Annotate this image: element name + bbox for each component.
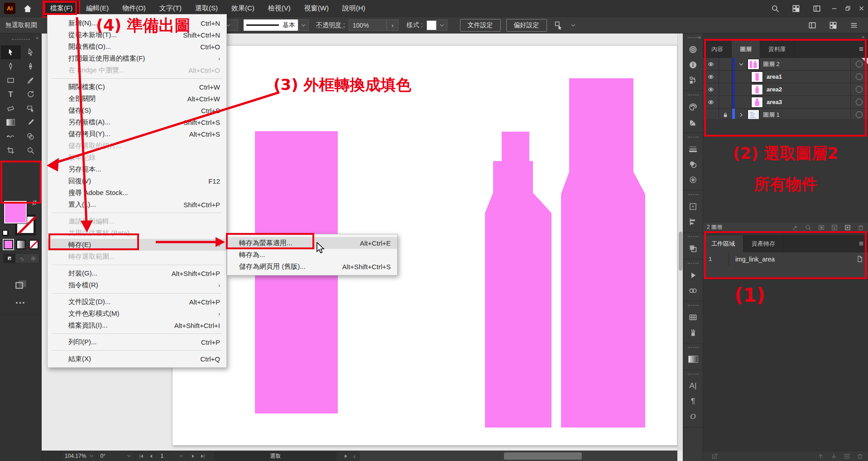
panel-menu-icon[interactable]: [849, 21, 858, 30]
pen-tool[interactable]: [1, 59, 21, 73]
draw-inside-button[interactable]: [27, 254, 39, 263]
dock-drag-handle[interactable]: [688, 347, 699, 350]
info-panel-button[interactable]: [683, 57, 703, 72]
brushes-panel-button[interactable]: [683, 325, 703, 340]
app-logo-icon[interactable]: Ai: [4, 3, 15, 14]
menu-item-轉存選取範圍...[interactable]: 轉存選取範圍...: [48, 251, 226, 262]
paragraph-panel-button[interactable]: ¶: [683, 394, 703, 409]
symbols-panel-button[interactable]: [683, 172, 703, 187]
target-circle[interactable]: [856, 111, 863, 118]
layers-tab-資料庫[interactable]: 資料庫: [760, 41, 795, 58]
delete-icon[interactable]: [857, 453, 863, 460]
dock-drag-handle[interactable]: [688, 374, 699, 376]
export-selection-panel-button[interactable]: [683, 72, 703, 88]
shaper-tool[interactable]: [21, 101, 41, 115]
menu-檢視(V)[interactable]: 檢視(V): [261, 0, 297, 17]
panel-menu-icon[interactable]: ≡: [859, 239, 863, 248]
target-circle[interactable]: [856, 73, 863, 80]
brush-chevron[interactable]: [298, 19, 309, 31]
visibility-toggle[interactable]: [703, 71, 719, 83]
align-panel-button[interactable]: [683, 214, 703, 229]
document-setup-button[interactable]: 文件設定: [460, 19, 501, 32]
dock-drag-handle[interactable]: [688, 236, 699, 239]
visibility-toggle[interactable]: [703, 96, 719, 108]
swatches-panel-button[interactable]: [683, 309, 703, 325]
style-chevron[interactable]: [436, 19, 447, 31]
artboard-page-icon[interactable]: [856, 255, 863, 263]
artboard-tool[interactable]: [1, 143, 21, 157]
menu-item-文件色彩模式(M)[interactable]: 文件色彩模式(M)›: [48, 308, 226, 319]
edit-toolbar-button[interactable]: •••: [0, 299, 42, 306]
vertical-scrollbar[interactable]: [677, 33, 683, 451]
delete-icon[interactable]: [857, 224, 864, 231]
scroll-left-icon[interactable]: ‹: [353, 453, 355, 460]
panel-menu-icon[interactable]: ≡: [859, 45, 863, 54]
menu-item-轉存為...[interactable]: 轉存為...: [227, 249, 397, 261]
artboard-number-dropdown[interactable]: 1: [158, 451, 187, 461]
menu-item-轉存(E)[interactable]: 轉存(E)›: [48, 239, 226, 251]
expand-toggle[interactable]: [738, 111, 745, 119]
artboard-name[interactable]: img_link_area: [735, 256, 775, 263]
artboard-row-img_link_area[interactable]: 1img_link_area: [703, 252, 868, 266]
menu-item-搜尋 Adobe Stock...[interactable]: 搜尋 Adobe Stock...: [48, 187, 226, 199]
layer-name[interactable]: 圖層 2: [763, 60, 780, 68]
none-swatch[interactable]: [29, 240, 38, 249]
menu-item-檔案資訊(I)...[interactable]: 檔案資訊(I)...Alt+Shift+Ctrl+I: [48, 319, 226, 331]
artboards-tab-資產轉存[interactable]: 資產轉存: [743, 235, 784, 252]
dock-drag-handle[interactable]: [688, 305, 699, 308]
menu-item-置入(L)...[interactable]: 置入(L)...Shift+Ctrl+P: [48, 199, 226, 210]
search-icon[interactable]: [805, 224, 812, 231]
stroke-panel-button[interactable]: [683, 141, 703, 157]
vertical-scrollbar-thumb[interactable]: [679, 232, 682, 271]
menu-item-列印(P)...[interactable]: 列印(P)...Ctrl+P: [48, 336, 226, 348]
width-tool[interactable]: [1, 129, 21, 143]
menu-item-回復(V)[interactable]: 回復(V)F12: [48, 175, 226, 187]
chevron-down-icon[interactable]: [570, 22, 576, 29]
minimize-button[interactable]: [827, 0, 841, 17]
type-tool[interactable]: T: [1, 87, 21, 101]
opacity-label[interactable]: 不透明度 :: [316, 21, 345, 29]
curvature-tool[interactable]: [21, 59, 41, 73]
layer-row-area3[interactable]: area3: [703, 96, 868, 109]
layer-name[interactable]: area1: [767, 73, 782, 80]
actions-panel-button[interactable]: [683, 267, 703, 283]
menu-item-封裝(G)...[interactable]: 封裝(G)...Alt+Shift+Ctrl+P: [48, 267, 226, 279]
opentype-panel-button[interactable]: O: [683, 409, 703, 424]
menu-item-版本記錄[interactable]: 版本記錄: [48, 152, 226, 163]
eyedropper-tool[interactable]: [21, 115, 41, 129]
gradient-panel-button[interactable]: [683, 352, 703, 367]
layers-tab-圖層[interactable]: 圖層: [732, 41, 760, 58]
menu-item-開啟舊檔(O)...[interactable]: 開啟舊檔(O)...Ctrl+O: [48, 41, 226, 52]
swap-fill-stroke-icon[interactable]: [31, 199, 38, 206]
visibility-toggle[interactable]: [703, 83, 719, 95]
brush-definition-dropdown[interactable]: 基本: [244, 19, 298, 31]
links-panel-button[interactable]: [683, 283, 703, 298]
direct-selection-tool[interactable]: [21, 45, 41, 59]
next-artboard-icon[interactable]: [190, 453, 196, 459]
play-icon[interactable]: [343, 453, 349, 459]
artboards-panel-button[interactable]: [683, 199, 703, 214]
zoom-level-dropdown[interactable]: 104.17%: [62, 451, 97, 461]
expand-toggle[interactable]: [738, 61, 745, 68]
eraser-tool[interactable]: [1, 101, 21, 115]
layer-row-area1[interactable]: area1: [703, 71, 868, 83]
last-artboard-icon[interactable]: [200, 453, 206, 459]
menu-item-從範本新增(T)...[interactable]: 從範本新增(T)...Shift+Ctrl+N: [48, 29, 226, 41]
menu-item-打開最近使用過的檔案(F)[interactable]: 打開最近使用過的檔案(F)›: [48, 52, 226, 64]
collapse-panels-icon[interactable]: »: [862, 34, 864, 39]
layers-tab-內容[interactable]: 內容: [703, 41, 732, 58]
workspace-switcher-icon[interactable]: [791, 4, 801, 13]
menu-item-關閉檔案(C)[interactable]: 關閉檔案(C)Ctrl+W: [48, 81, 226, 93]
target-circle[interactable]: [856, 99, 863, 105]
horizontal-scrollbar[interactable]: [360, 451, 677, 461]
menu-效果(C)[interactable]: 效果(C): [225, 0, 261, 17]
home-icon[interactable]: [23, 4, 33, 14]
select-similar-icon[interactable]: [553, 21, 564, 30]
collapse-toolbar-icon[interactable]: «: [36, 35, 38, 40]
lock-toggle[interactable]: [719, 96, 732, 108]
menu-item-文件設定(D)...[interactable]: 文件設定(D)...Alt+Ctrl+P: [48, 296, 226, 308]
locate-object-icon[interactable]: [791, 224, 799, 231]
rotation-dropdown[interactable]: 0°: [97, 451, 135, 461]
arrange-documents-icon[interactable]: [808, 21, 817, 30]
dock-drag-handle[interactable]: [688, 137, 699, 139]
